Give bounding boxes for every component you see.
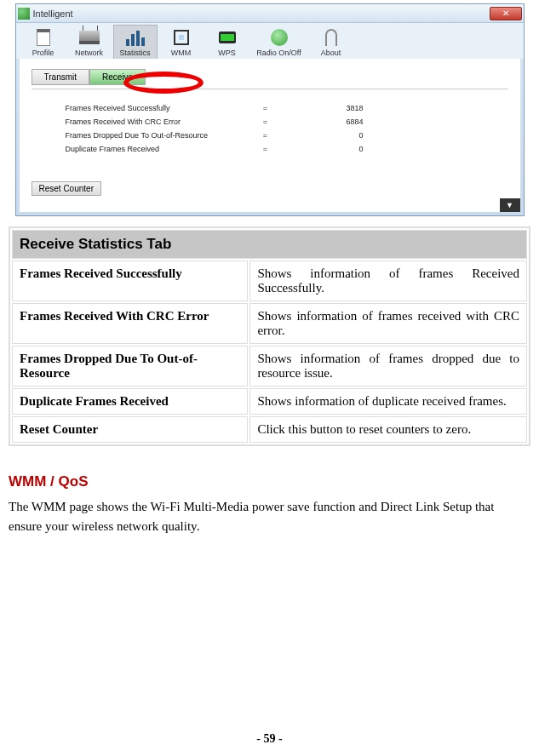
table-row: Duplicate Frames Received Shows informat… — [12, 388, 527, 415]
toolbar-statistics[interactable]: Statistics — [113, 25, 158, 59]
stat-row: Duplicate Frames Received = 0 — [32, 142, 508, 156]
stat-value: 0 — [295, 131, 364, 140]
doc-key: Frames Received With CRC Error — [12, 303, 248, 344]
titlebar: Intelligent ✕ — [16, 4, 524, 23]
table-row: Frames Dropped Due To Out-of-Resource Sh… — [12, 346, 527, 387]
stat-value: 0 — [295, 145, 364, 153]
stat-eq: = — [236, 131, 295, 140]
subtabs: Transmit Receive — [32, 69, 508, 85]
network-icon — [79, 31, 100, 44]
toolbar-profile[interactable]: Profile — [21, 26, 66, 59]
stat-eq: = — [236, 104, 295, 112]
doc-table-header: Receive Statistics Tab — [12, 230, 527, 259]
radio-icon — [271, 29, 288, 46]
app-icon — [18, 8, 30, 20]
profile-icon — [37, 29, 50, 46]
doc-desc: Shows information of frames Received Suc… — [249, 261, 527, 301]
stat-value: 3818 — [295, 104, 364, 112]
stat-label: Duplicate Frames Received — [32, 145, 236, 153]
window-title: Intelligent — [33, 9, 490, 19]
about-icon — [325, 29, 337, 46]
wmm-icon — [174, 30, 189, 45]
toolbar-network[interactable]: Network — [67, 26, 112, 59]
stat-eq: = — [236, 145, 295, 153]
tab-receive[interactable]: Receive — [89, 69, 146, 85]
doc-key: Reset Counter — [12, 416, 248, 443]
stat-eq: = — [236, 117, 295, 126]
toolbar-wmm[interactable]: WMM — [159, 26, 204, 59]
section-body: The WMM page shows the Wi-Fi Multi-Media… — [9, 497, 530, 536]
stat-label: Frames Received Successfully — [32, 104, 236, 112]
content-panel: Transmit Receive Frames Received Success… — [20, 59, 520, 212]
doc-desc: Click this button to reset counters to z… — [249, 416, 527, 443]
doc-key: Duplicate Frames Received — [12, 388, 248, 415]
stat-value: 6884 — [295, 117, 364, 126]
close-button[interactable]: ✕ — [490, 7, 522, 20]
tab-transmit[interactable]: Transmit — [32, 69, 90, 85]
doc-table: Receive Statistics Tab Frames Received S… — [9, 226, 530, 446]
stat-row: Frames Received Successfully = 3818 — [32, 101, 508, 115]
toolbar: Profile Network Statistics WMM WPS Radio… — [16, 23, 524, 59]
page-number: - 59 - — [0, 732, 539, 746]
doc-key: Frames Dropped Due To Out-of-Resource — [12, 346, 248, 387]
statistics-icon — [126, 29, 145, 46]
doc-desc: Shows information of frames dropped due … — [249, 346, 527, 387]
doc-key: Frames Received Successfully — [12, 261, 248, 301]
stat-row: Frames Dropped Due To Out-of-Resource = … — [32, 129, 508, 142]
doc-desc: Shows information of frames received wit… — [249, 303, 527, 344]
collapse-icon[interactable]: ▼ — [500, 198, 520, 212]
reset-counter-button[interactable]: Reset Counter — [32, 181, 101, 196]
wps-icon — [219, 32, 236, 43]
toolbar-radio[interactable]: Radio On/Off — [251, 26, 307, 59]
toolbar-about[interactable]: About — [309, 26, 353, 59]
table-row: Reset Counter Click this button to reset… — [12, 416, 527, 443]
section-heading: WMM / QoS — [9, 473, 530, 490]
doc-desc: Shows information of duplicate received … — [249, 388, 527, 415]
stat-row: Frames Received With CRC Error = 6884 — [32, 115, 508, 129]
app-window: Intelligent ✕ Profile Network Statistics… — [15, 3, 525, 216]
table-row: Frames Received With CRC Error Shows inf… — [12, 303, 527, 344]
stats-grid: Frames Received Successfully = 3818 Fram… — [32, 101, 508, 156]
close-icon: ✕ — [502, 9, 509, 18]
divider — [32, 89, 508, 89]
table-row: Frames Received Successfully Shows infor… — [12, 261, 527, 301]
stat-label: Frames Dropped Due To Out-of-Resource — [32, 131, 236, 140]
toolbar-wps[interactable]: WPS — [205, 26, 249, 59]
stat-label: Frames Received With CRC Error — [32, 117, 236, 126]
